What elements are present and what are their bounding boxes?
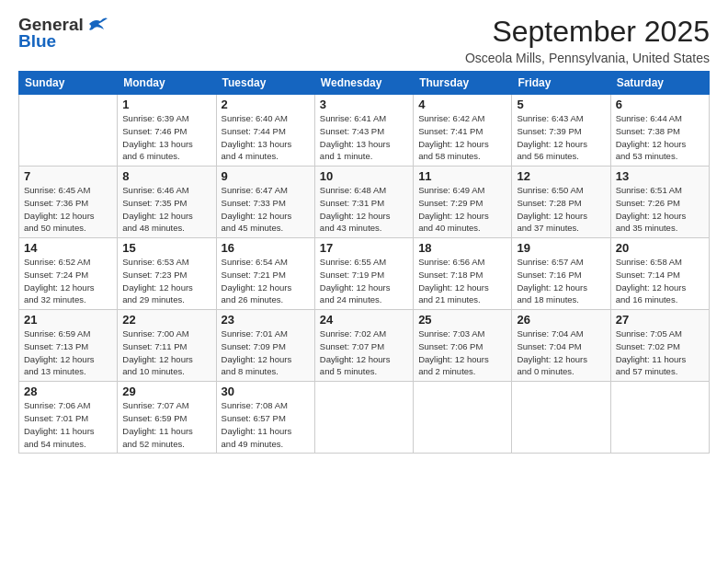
table-row: 10Sunrise: 6:48 AM Sunset: 7:31 PM Dayli…: [314, 167, 413, 238]
table-row: 2Sunrise: 6:40 AM Sunset: 7:44 PM Daylig…: [216, 95, 314, 167]
logo-blue: Blue: [18, 31, 56, 52]
day-number: 15: [122, 241, 210, 255]
calendar-table: Sunday Monday Tuesday Wednesday Thursday…: [18, 71, 710, 454]
day-info: Sunrise: 6:50 AM Sunset: 7:28 PM Dayligh…: [517, 184, 605, 235]
day-number: 3: [320, 98, 408, 111]
day-info: Sunrise: 6:54 AM Sunset: 7:21 PM Dayligh…: [222, 256, 310, 306]
table-row: 14Sunrise: 6:52 AM Sunset: 7:24 PM Dayli…: [19, 238, 118, 310]
day-info: Sunrise: 7:07 AM Sunset: 6:59 PM Dayligh…: [122, 399, 210, 450]
table-row: 5Sunrise: 6:43 AM Sunset: 7:39 PM Daylig…: [512, 95, 610, 167]
header-saturday: Saturday: [610, 72, 709, 95]
table-row: 27Sunrise: 7:05 AM Sunset: 7:02 PM Dayli…: [610, 310, 709, 382]
header-thursday: Thursday: [414, 72, 512, 95]
day-info: Sunrise: 7:06 AM Sunset: 7:01 PM Dayligh…: [24, 399, 112, 450]
table-row: 6Sunrise: 6:44 AM Sunset: 7:38 PM Daylig…: [610, 95, 709, 167]
day-number: 20: [616, 241, 704, 255]
day-number: 16: [222, 241, 310, 255]
table-row: [512, 382, 610, 454]
day-number: 28: [24, 385, 112, 398]
day-number: 11: [418, 169, 506, 183]
header-wednesday: Wednesday: [314, 72, 413, 95]
day-info: Sunrise: 6:53 AM Sunset: 7:23 PM Dayligh…: [122, 256, 210, 306]
day-number: 18: [418, 241, 506, 255]
header-friday: Friday: [512, 72, 610, 95]
day-number: 4: [418, 98, 506, 111]
table-row: [314, 382, 413, 454]
day-number: 9: [222, 169, 310, 183]
day-info: Sunrise: 6:52 AM Sunset: 7:24 PM Dayligh…: [24, 256, 112, 306]
day-number: 14: [24, 241, 112, 255]
table-row: 19Sunrise: 6:57 AM Sunset: 7:16 PM Dayli…: [512, 238, 610, 310]
day-info: Sunrise: 6:41 AM Sunset: 7:43 PM Dayligh…: [320, 112, 408, 163]
table-row: 12Sunrise: 6:50 AM Sunset: 7:28 PM Dayli…: [512, 167, 610, 238]
day-number: 23: [222, 313, 310, 327]
header: General Blue September 2025 Osceola Mill…: [18, 15, 710, 65]
day-info: Sunrise: 7:01 AM Sunset: 7:09 PM Dayligh…: [222, 327, 310, 378]
day-number: 25: [418, 313, 506, 327]
table-row: 28Sunrise: 7:06 AM Sunset: 7:01 PM Dayli…: [19, 382, 118, 454]
day-number: 30: [222, 385, 310, 398]
day-info: Sunrise: 6:58 AM Sunset: 7:14 PM Dayligh…: [616, 256, 704, 306]
logo: General Blue: [18, 15, 108, 52]
table-row: 21Sunrise: 6:59 AM Sunset: 7:13 PM Dayli…: [19, 310, 118, 382]
day-info: Sunrise: 6:59 AM Sunset: 7:13 PM Dayligh…: [24, 327, 112, 378]
table-row: 8Sunrise: 6:46 AM Sunset: 7:35 PM Daylig…: [118, 167, 216, 238]
day-info: Sunrise: 6:56 AM Sunset: 7:18 PM Dayligh…: [418, 256, 506, 306]
day-number: 12: [517, 169, 605, 183]
table-row: 7Sunrise: 6:45 AM Sunset: 7:36 PM Daylig…: [19, 167, 118, 238]
day-info: Sunrise: 6:40 AM Sunset: 7:44 PM Dayligh…: [222, 112, 310, 163]
day-number: 13: [616, 169, 704, 183]
table-row: 24Sunrise: 7:02 AM Sunset: 7:07 PM Dayli…: [314, 310, 413, 382]
table-row: 20Sunrise: 6:58 AM Sunset: 7:14 PM Dayli…: [610, 238, 709, 310]
day-number: 1: [122, 98, 210, 111]
weekday-header-row: Sunday Monday Tuesday Wednesday Thursday…: [19, 72, 710, 95]
day-number: 8: [122, 169, 210, 183]
table-row: 3Sunrise: 6:41 AM Sunset: 7:43 PM Daylig…: [314, 95, 413, 167]
day-info: Sunrise: 6:57 AM Sunset: 7:16 PM Dayligh…: [517, 256, 605, 306]
day-info: Sunrise: 6:43 AM Sunset: 7:39 PM Dayligh…: [517, 112, 605, 163]
table-row: 15Sunrise: 6:53 AM Sunset: 7:23 PM Dayli…: [118, 238, 216, 310]
page: General Blue September 2025 Osceola Mill…: [0, 0, 728, 563]
day-number: 26: [517, 313, 605, 327]
table-row: 30Sunrise: 7:08 AM Sunset: 6:57 PM Dayli…: [216, 382, 314, 454]
month-title: September 2025: [465, 15, 710, 49]
table-row: 9Sunrise: 6:47 AM Sunset: 7:33 PM Daylig…: [216, 167, 314, 238]
day-info: Sunrise: 6:45 AM Sunset: 7:36 PM Dayligh…: [24, 184, 112, 235]
day-number: 2: [222, 98, 310, 111]
table-row: 29Sunrise: 7:07 AM Sunset: 6:59 PM Dayli…: [118, 382, 216, 454]
day-info: Sunrise: 6:55 AM Sunset: 7:19 PM Dayligh…: [320, 256, 408, 306]
day-number: 19: [517, 241, 605, 255]
location: Osceola Mills, Pennsylvania, United Stat…: [465, 51, 710, 65]
day-info: Sunrise: 6:49 AM Sunset: 7:29 PM Dayligh…: [418, 184, 506, 235]
table-row: 11Sunrise: 6:49 AM Sunset: 7:29 PM Dayli…: [414, 167, 512, 238]
day-info: Sunrise: 7:02 AM Sunset: 7:07 PM Dayligh…: [320, 327, 408, 378]
table-row: 1Sunrise: 6:39 AM Sunset: 7:46 PM Daylig…: [118, 95, 216, 167]
day-number: 7: [24, 169, 112, 183]
day-number: 29: [122, 385, 210, 398]
day-info: Sunrise: 6:47 AM Sunset: 7:33 PM Dayligh…: [222, 184, 310, 235]
day-info: Sunrise: 6:42 AM Sunset: 7:41 PM Dayligh…: [418, 112, 506, 163]
day-info: Sunrise: 7:04 AM Sunset: 7:04 PM Dayligh…: [517, 327, 605, 378]
table-row: [19, 95, 118, 167]
title-section: September 2025 Osceola Mills, Pennsylvan…: [465, 15, 710, 65]
table-row: [610, 382, 709, 454]
day-number: 22: [122, 313, 210, 327]
table-row: 17Sunrise: 6:55 AM Sunset: 7:19 PM Dayli…: [314, 238, 413, 310]
day-number: 27: [616, 313, 704, 327]
header-monday: Monday: [118, 72, 216, 95]
table-row: 13Sunrise: 6:51 AM Sunset: 7:26 PM Dayli…: [610, 167, 709, 238]
table-row: 25Sunrise: 7:03 AM Sunset: 7:06 PM Dayli…: [414, 310, 512, 382]
table-row: 26Sunrise: 7:04 AM Sunset: 7:04 PM Dayli…: [512, 310, 610, 382]
day-number: 21: [24, 313, 112, 327]
day-info: Sunrise: 6:51 AM Sunset: 7:26 PM Dayligh…: [616, 184, 704, 235]
table-row: 23Sunrise: 7:01 AM Sunset: 7:09 PM Dayli…: [216, 310, 314, 382]
day-number: 6: [616, 98, 704, 111]
header-tuesday: Tuesday: [216, 72, 314, 95]
day-number: 17: [320, 241, 408, 255]
day-number: 24: [320, 313, 408, 327]
table-row: 22Sunrise: 7:00 AM Sunset: 7:11 PM Dayli…: [118, 310, 216, 382]
table-row: 16Sunrise: 6:54 AM Sunset: 7:21 PM Dayli…: [216, 238, 314, 310]
logo-bird-icon: [87, 17, 108, 33]
day-number: 10: [320, 169, 408, 183]
day-info: Sunrise: 6:46 AM Sunset: 7:35 PM Dayligh…: [122, 184, 210, 235]
